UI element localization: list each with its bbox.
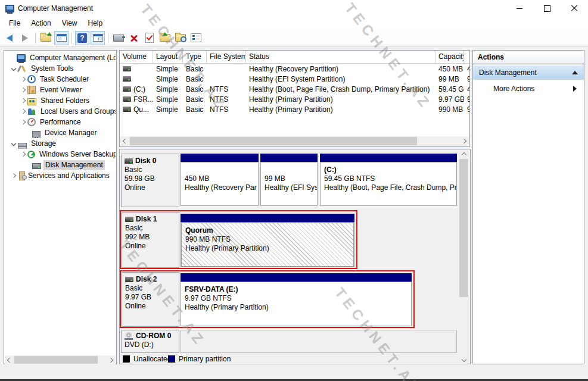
forward-button[interactable]	[18, 31, 32, 45]
expand-chevron-icon[interactable]	[21, 98, 26, 103]
validate-button[interactable]	[142, 31, 157, 45]
sidebar-item-event-viewer[interactable]: Event Viewer	[5, 85, 116, 95]
volume-list-header: Volume Layout Type File System Status Ca…	[120, 51, 469, 64]
scrollbar-thumb[interactable]	[130, 137, 417, 145]
column-type[interactable]: Type	[183, 51, 207, 63]
menu-action[interactable]: Action	[26, 18, 56, 29]
titlebar: Computer Management	[0, 0, 588, 17]
collapse-group-icon[interactable]	[572, 71, 578, 74]
remote-console-button[interactable]	[111, 31, 126, 45]
collapse-chevron-icon[interactable]	[11, 66, 16, 71]
parent-folder-button[interactable]	[158, 31, 172, 45]
disk0-partition-recovery[interactable]: 450 MB Healthy (Recovery Par	[181, 154, 259, 206]
legend-unallocated: Unallocated	[123, 355, 171, 363]
device-manager-icon	[32, 131, 41, 138]
action-pane-icon	[93, 34, 103, 42]
sidebar-item-performance[interactable]: Performance	[5, 117, 116, 127]
local-users-groups-icon	[27, 108, 36, 115]
sidebar-item-shared-folders[interactable]: Shared Folders	[5, 95, 116, 106]
task-scheduler-icon	[27, 75, 36, 83]
sidebar-item-local-users-groups[interactable]: Local Users and Groups	[5, 106, 116, 117]
delete-button[interactable]	[127, 31, 141, 45]
sidebar-item-services-applications[interactable]: Services and Applications	[5, 170, 116, 181]
sidebar-item-windows-server-backup[interactable]: Windows Server Backup	[5, 149, 116, 160]
scroll-left-icon[interactable]	[5, 355, 14, 364]
expand-chevron-icon[interactable]	[21, 77, 26, 82]
disk-vertical-scrollbar[interactable]	[459, 150, 469, 364]
help-button[interactable]: ?	[75, 31, 89, 45]
volume-row[interactable]: Simple Basic Healthy (EFI System Partiti…	[120, 74, 469, 84]
scroll-left-icon[interactable]	[120, 137, 130, 146]
close-icon	[571, 5, 578, 12]
disk-icon	[125, 158, 133, 164]
minimize-button[interactable]	[506, 0, 533, 17]
column-layout[interactable]: Layout	[153, 51, 183, 63]
scroll-right-icon[interactable]	[106, 355, 116, 364]
toolbar: ?	[0, 30, 588, 46]
sidebar-item-device-manager[interactable]: Device Manager	[5, 127, 116, 138]
search-folder-button[interactable]	[173, 31, 188, 45]
column-volume[interactable]: Volume	[120, 51, 153, 63]
close-button[interactable]	[561, 0, 588, 17]
volume-row[interactable]: Qu... Simple Basic NTFS Healthy (Primary…	[120, 104, 469, 114]
column-status[interactable]: Status	[246, 51, 435, 63]
volume-row[interactable]: (C:) Simple Basic NTFS Healthy (Boot, Pa…	[120, 84, 469, 94]
sidebar-item-disk-management[interactable]: Disk Management	[5, 160, 116, 170]
console-tree-icon	[57, 34, 67, 42]
menu-file[interactable]: File	[4, 18, 26, 29]
expand-chevron-icon[interactable]	[21, 152, 26, 157]
column-file-system[interactable]: File System	[207, 51, 246, 63]
disk2-label[interactable]: Disk 2 Basic 9.97 GB Online	[122, 272, 179, 327]
back-button[interactable]	[2, 31, 17, 45]
disk1-label[interactable]: Disk 1 Basic 992 MB Online	[122, 212, 179, 268]
volume-horizontal-scrollbar[interactable]	[120, 136, 469, 146]
submenu-arrow-icon[interactable]	[573, 86, 577, 92]
scrollbar-thumb[interactable]	[14, 356, 98, 364]
primary-partition-swatch	[168, 355, 175, 363]
services-applications-icon	[19, 171, 25, 180]
disk0-partition-efi[interactable]: 99 MB Healthy (EFI Sys	[260, 154, 318, 206]
disk0-label[interactable]: Disk 0 Basic 59.98 GB Online	[121, 154, 179, 207]
scroll-down-icon[interactable]	[459, 355, 469, 364]
computer-management-window: Computer Management File Action View Hel…	[0, 0, 588, 381]
sidebar-item-computer-management[interactable]: Computer Management (Local	[5, 52, 116, 63]
scroll-right-icon[interactable]	[459, 137, 469, 146]
collapse-chevron-icon[interactable]	[11, 141, 16, 146]
more-actions-item[interactable]: More Actions	[473, 82, 584, 95]
properties-list-button[interactable]	[189, 31, 203, 45]
column-capacity[interactable]: Capacity	[435, 51, 464, 63]
disk-icon	[125, 277, 133, 282]
cdrom-label[interactable]: CD-ROM 0 DVD (D:)	[121, 330, 179, 353]
expand-chevron-icon[interactable]	[21, 109, 26, 114]
menu-help[interactable]: Help	[83, 18, 108, 29]
toolbar-separator	[108, 33, 108, 43]
scrollbar-thumb[interactable]	[459, 159, 468, 297]
tree-horizontal-scrollbar[interactable]	[5, 355, 116, 364]
scroll-up-icon[interactable]	[459, 150, 469, 159]
menu-view[interactable]: View	[57, 18, 83, 29]
export-folder-button[interactable]	[39, 31, 53, 45]
disk-icon	[125, 217, 133, 222]
show-action-pane-button[interactable]	[91, 31, 105, 45]
cdrom-media-area[interactable]	[181, 330, 457, 353]
disk1-partition-quorum[interactable]: Quorum 990 MB NTFS Healthy (Primary Part…	[181, 214, 354, 267]
volume-row[interactable]: Simple Basic Healthy (Recovery Partition…	[120, 64, 469, 74]
disk2-partition-fsrv-data[interactable]: FSRV-DATA (E:) 9.97 GB NTFS Healthy (Pri…	[181, 273, 412, 326]
disk-management-icon	[32, 163, 41, 169]
column-partial[interactable]	[464, 51, 469, 63]
sidebar-item-task-scheduler[interactable]: Task Scheduler	[5, 74, 116, 85]
sidebar-item-system-tools[interactable]: System Tools	[5, 63, 116, 74]
expand-chevron-icon[interactable]	[21, 120, 26, 124]
actions-group-disk-management[interactable]: Disk Management	[473, 65, 584, 80]
volume-icon	[123, 86, 131, 92]
remote-console-icon	[113, 35, 124, 42]
expand-chevron-icon[interactable]	[21, 88, 26, 92]
show-console-tree-button[interactable]	[54, 31, 69, 45]
maximize-button[interactable]	[533, 0, 561, 17]
expand-chevron-icon[interactable]	[11, 173, 16, 178]
windows-server-backup-icon	[27, 151, 35, 158]
app-icon	[5, 5, 14, 13]
sidebar-item-storage[interactable]: Storage	[5, 138, 116, 149]
disk0-partition-c[interactable]: (C:) 59.45 GB NTFS Healthy (Boot, Page F…	[320, 154, 457, 206]
volume-row[interactable]: FSR... Simple Basic NTFS Healthy (Primar…	[120, 94, 469, 104]
